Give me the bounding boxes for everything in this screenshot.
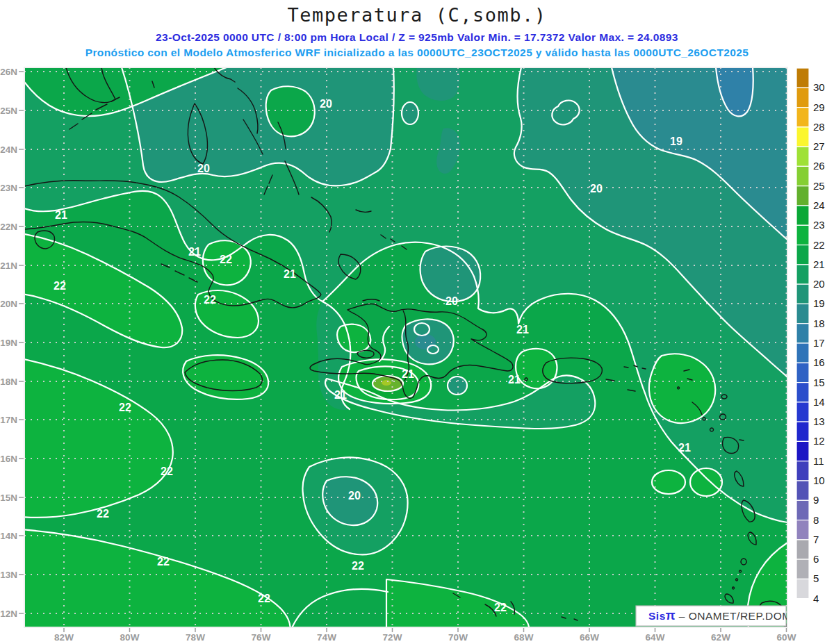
- svg-text:4: 4: [813, 593, 819, 604]
- svg-text:22: 22: [204, 294, 216, 306]
- colorbar-swatch: [796, 324, 809, 343]
- svg-text:20: 20: [348, 490, 361, 502]
- colorbar-swatch: [796, 540, 809, 559]
- colorbar-swatch: [796, 599, 809, 618]
- svg-text:20: 20: [445, 295, 458, 307]
- svg-text:22: 22: [813, 239, 825, 251]
- colorbar-swatch: [796, 343, 809, 363]
- svg-text:24N: 24N: [0, 145, 17, 155]
- colorbar-swatch: [796, 383, 809, 402]
- svg-text:26N: 26N: [0, 67, 17, 77]
- svg-text:22N: 22N: [0, 222, 17, 232]
- model-init-line: Pronóstico con el Modelo Atmosferico WRF…: [85, 47, 749, 58]
- colorbar-swatch: [796, 559, 809, 579]
- colorbar-swatch: [796, 206, 809, 225]
- svg-text:25N: 25N: [0, 106, 17, 116]
- svg-text:22: 22: [258, 593, 270, 604]
- svg-text:17N: 17N: [0, 415, 17, 425]
- svg-text:8: 8: [813, 514, 819, 526]
- svg-text:13: 13: [813, 415, 825, 427]
- page-title: Temperatura (C,somb.): [288, 4, 547, 26]
- svg-text:17: 17: [813, 337, 825, 349]
- svg-text:16: 16: [813, 356, 825, 368]
- svg-text:6: 6: [813, 553, 819, 565]
- svg-text:13N: 13N: [0, 570, 17, 580]
- svg-text:19: 19: [813, 297, 825, 309]
- colorbar-swatch: [796, 304, 809, 323]
- colorbar-swatch: [796, 481, 809, 500]
- svg-text:21: 21: [55, 209, 67, 221]
- svg-text:60W: 60W: [777, 632, 796, 643]
- colorbar-swatch: [796, 186, 809, 206]
- svg-text:78W: 78W: [186, 632, 205, 643]
- colorbar-swatch: [796, 422, 809, 441]
- svg-text:22: 22: [220, 254, 232, 265]
- map-canvas: 20 19 20 20 21 21 22 21 22 22 20 21 21 2…: [21, 64, 795, 631]
- colorbar: 30 29 28 27 26 25 24 23 22 21 20 19 18 1…: [796, 68, 825, 618]
- svg-text:22: 22: [119, 402, 131, 413]
- svg-text:21: 21: [284, 268, 296, 280]
- svg-text:72W: 72W: [383, 632, 402, 643]
- svg-text:20: 20: [813, 278, 825, 290]
- colorbar-swatch: [796, 265, 809, 284]
- svg-text:25: 25: [813, 180, 825, 192]
- svg-text:20: 20: [590, 183, 603, 195]
- svg-text:23N: 23N: [0, 183, 17, 193]
- colorbar-swatch: [796, 147, 809, 166]
- colorbar-swatch: [796, 500, 809, 520]
- colorbar-swatch: [796, 461, 809, 481]
- svg-text:19N: 19N: [0, 338, 17, 348]
- colorbar-swatch: [796, 166, 809, 185]
- forecast-datetime-line: 23-Oct-2025 0000 UTC / 8:00 pm Hora Loca…: [156, 31, 678, 43]
- colorbar-swatch: [796, 284, 809, 304]
- svg-text:21: 21: [813, 258, 825, 270]
- credit-text: Sisπ – ONAMET/REP.DOM.: [648, 609, 795, 622]
- svg-text:29: 29: [813, 101, 825, 113]
- svg-text:64W: 64W: [646, 632, 665, 643]
- svg-text:82W: 82W: [54, 632, 74, 643]
- temperature-map-figure: Temperatura (C,somb.) 23-Oct-2025 0000 U…: [0, 0, 834, 644]
- svg-text:26: 26: [813, 160, 825, 172]
- svg-text:21: 21: [334, 389, 347, 401]
- svg-text:80W: 80W: [120, 632, 140, 643]
- colorbar-swatch: [796, 520, 809, 540]
- svg-text:21: 21: [516, 324, 529, 336]
- svg-text:7: 7: [813, 534, 819, 545]
- svg-text:22: 22: [352, 560, 364, 572]
- svg-text:22: 22: [157, 556, 170, 568]
- svg-text:10: 10: [813, 474, 825, 486]
- svg-text:62W: 62W: [711, 632, 730, 643]
- svg-text:9: 9: [813, 494, 819, 506]
- svg-text:12: 12: [813, 435, 825, 447]
- colorbar-swatch: [796, 441, 809, 461]
- hotspot-fleck: [382, 380, 391, 386]
- svg-text:23: 23: [813, 219, 825, 231]
- svg-text:20N: 20N: [0, 299, 17, 309]
- svg-text:19: 19: [670, 135, 682, 147]
- svg-text:68W: 68W: [514, 632, 534, 643]
- svg-text:66W: 66W: [580, 632, 599, 643]
- colorbar-swatch: [796, 127, 809, 147]
- colorbar-swatch: [796, 579, 809, 598]
- svg-text:76W: 76W: [252, 632, 271, 643]
- svg-text:15N: 15N: [0, 493, 17, 503]
- svg-text:28: 28: [813, 121, 825, 133]
- colorbar-swatch: [796, 108, 809, 127]
- svg-text:70W: 70W: [448, 632, 468, 643]
- svg-text:21: 21: [508, 374, 521, 386]
- colorbar-swatch: [796, 402, 809, 422]
- svg-text:11: 11: [813, 455, 824, 467]
- svg-text:74W: 74W: [317, 632, 336, 643]
- svg-text:20: 20: [197, 163, 210, 174]
- lon-axis: 82W 80W 78W 76W 74W 72W 70W 68W 66W 64W …: [54, 628, 796, 643]
- svg-text:14N: 14N: [0, 531, 17, 541]
- colorbar-swatch: [796, 225, 809, 245]
- svg-text:18: 18: [813, 317, 825, 329]
- svg-text:5: 5: [813, 572, 819, 584]
- svg-text:21N: 21N: [0, 261, 17, 271]
- colorbar-swatch: [796, 68, 809, 88]
- svg-text:16N: 16N: [0, 454, 17, 464]
- svg-text:22: 22: [161, 465, 173, 477]
- svg-text:27: 27: [813, 140, 825, 152]
- svg-text:22: 22: [494, 602, 507, 613]
